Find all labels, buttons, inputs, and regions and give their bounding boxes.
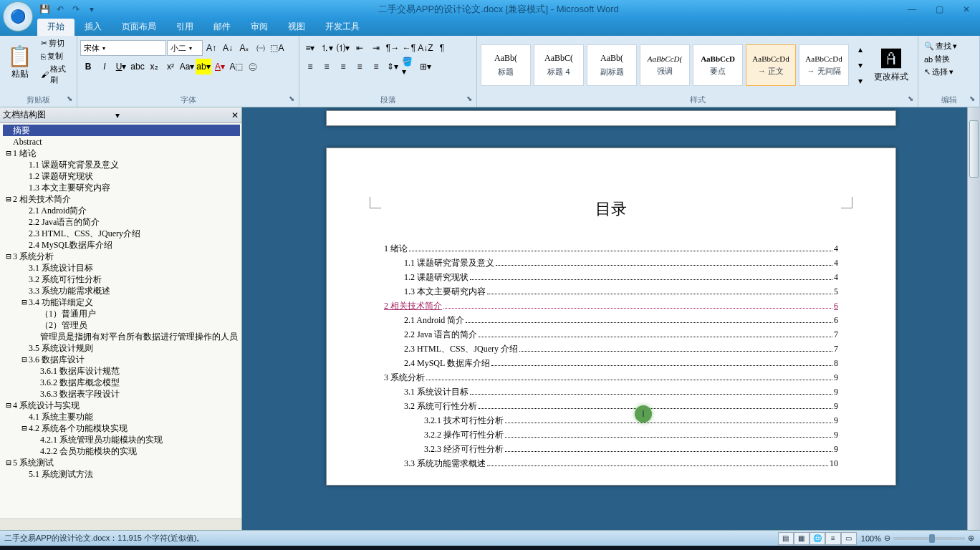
toc-line[interactable]: 1.2 课题研究现状4 — [384, 270, 838, 284]
enclose-char-icon[interactable]: ㊁ — [245, 59, 261, 74]
nav-item[interactable]: ⊟3.4 功能详细定义 — [3, 296, 240, 308]
nav-item[interactable]: 3.6.3 数据表字段设计 — [3, 388, 240, 400]
nav-item[interactable]: 3.2 系统可行性分析 — [3, 274, 240, 285]
increase-indent-icon[interactable]: ⇥ — [368, 40, 384, 56]
ribbon-tab[interactable]: 审阅 — [241, 19, 278, 36]
taskbar-app[interactable]: 🐞 — [241, 546, 275, 550]
taskbar-app[interactable]: ⬛ — [447, 546, 481, 550]
redo-icon[interactable]: ↷ — [69, 2, 83, 16]
ribbon-tab[interactable]: 开始 — [37, 19, 75, 36]
toc-line[interactable]: 1.3 本文主要研究内容5 — [384, 284, 838, 299]
nav-item[interactable]: 3.1 系统设计目标 — [3, 262, 240, 274]
toc-line[interactable]: 3.1 系统设计目标9 — [384, 385, 838, 399]
nav-item[interactable]: 3.3 系统功能需求概述 — [3, 285, 240, 296]
nav-item[interactable]: 3.5 系统设计规则 — [3, 342, 240, 354]
char-border-icon[interactable]: ⬚A — [269, 40, 285, 56]
toc-line[interactable]: 2.1 Android 简介6 — [384, 313, 838, 327]
taskbar-app[interactable]: 📕 — [413, 546, 447, 550]
toc-line[interactable]: 2.2 Java 语言的简介7 — [384, 327, 838, 342]
taskbar-app[interactable]: 🌐 — [138, 546, 172, 550]
font-color-icon[interactable]: A▾ — [212, 59, 228, 74]
scrollbar-thumb[interactable] — [969, 120, 979, 178]
save-icon[interactable]: 💾 — [37, 2, 52, 16]
style-item[interactable]: AaBbCcD要点 — [693, 44, 743, 86]
styles-more-icon[interactable]: ▾ — [852, 73, 868, 89]
zoom-slider[interactable] — [893, 537, 965, 540]
toc-line[interactable]: 3.3 系统功能需求概述10 — [384, 456, 838, 471]
expander-icon[interactable]: ⊟ — [20, 423, 29, 434]
select-button[interactable]: ↖选择▾ — [921, 66, 960, 78]
nav-item[interactable]: 1.2 课题研究现状 — [3, 170, 240, 182]
vertical-scrollbar[interactable] — [967, 107, 980, 530]
align-right-icon[interactable]: ≡ — [335, 59, 351, 74]
paste-button[interactable]: 📋 粘贴 — [3, 37, 37, 87]
full-screen-view-icon[interactable]: ▦ — [794, 532, 810, 545]
toc-line[interactable]: 3.2 系统可行性分析9 — [384, 399, 838, 413]
taskbar-app[interactable]: ⊞ — [0, 546, 34, 550]
taskbar-app[interactable]: 🔵 — [206, 546, 241, 550]
replace-button[interactable]: ab替换 — [921, 53, 960, 65]
toc-line[interactable]: 2 相关技术简介6 — [384, 299, 838, 313]
nav-item[interactable]: 2.2 Java语言的简介 — [3, 216, 240, 228]
style-item[interactable]: AaBbCcDd→ 正文 — [746, 44, 796, 86]
nav-item[interactable]: 2.4 MySQL数据库介绍 — [3, 239, 240, 251]
rtl-icon[interactable]: ←¶ — [401, 40, 417, 56]
change-styles-button[interactable]: 🅰更改样式 — [870, 40, 913, 90]
expander-icon[interactable]: ⊟ — [4, 400, 13, 411]
toc-line[interactable]: 3.2.2 操作可行性分析9 — [384, 428, 838, 442]
clear-format-icon[interactable]: Aₓ — [236, 40, 252, 56]
nav-item[interactable]: 管理员是指拥有对平台所有数据进行管理操作的人员 — [3, 331, 240, 342]
bold-icon[interactable]: B — [80, 59, 96, 74]
office-button[interactable]: 🔵 — [3, 1, 33, 32]
italic-icon[interactable]: I — [97, 59, 112, 74]
numbering-icon[interactable]: ⒈▾ — [319, 40, 335, 56]
nav-item[interactable]: 1.3 本文主要研究内容 — [3, 182, 240, 193]
toc-line[interactable]: 1 绪论4 — [384, 241, 838, 256]
distribute-icon[interactable]: ≡ — [368, 59, 384, 74]
nav-item[interactable]: ⊟4 系统设计与实现 — [3, 400, 240, 411]
ribbon-tab[interactable]: 页面布局 — [112, 19, 166, 36]
undo-icon[interactable]: ↶ — [53, 2, 67, 16]
taskbar-app[interactable]: ⚙ — [619, 546, 653, 550]
nav-item[interactable]: 2.3 HTML、CSS、JQuery介绍 — [3, 228, 240, 239]
nav-item[interactable]: 2.1 Android简介 — [3, 205, 240, 216]
nav-item[interactable]: Abstract — [3, 136, 240, 148]
expander-icon[interactable]: ⊟ — [4, 251, 13, 262]
nav-item[interactable]: 4.2.2 会员功能模块的实现 — [3, 445, 240, 457]
taskbar-app[interactable]: 🔍 — [34, 546, 69, 550]
expander-icon[interactable]: ⊟ — [20, 296, 29, 308]
taskbar-app[interactable]: 🗔 — [69, 546, 103, 550]
format-painter-button[interactable]: 🖌格式刷 — [38, 63, 74, 86]
shading-icon[interactable]: 🪣▾ — [401, 59, 417, 74]
nav-item[interactable]: 5.1 系统测试方法 — [3, 468, 240, 480]
show-marks-icon[interactable]: ¶ — [434, 40, 450, 56]
expander-icon[interactable]: ⊟ — [4, 457, 13, 468]
cut-button[interactable]: ✂剪切 — [38, 37, 74, 49]
phonetic-icon[interactable]: ㈠ — [253, 40, 269, 56]
borders-icon[interactable]: ⊞▾ — [418, 59, 433, 74]
toc-line[interactable]: 3 系统分析9 — [384, 370, 838, 385]
taskbar-app[interactable]: 📘 — [653, 546, 688, 550]
change-case-icon[interactable]: Aa▾ — [179, 59, 195, 74]
line-spacing-icon[interactable]: ⇕▾ — [385, 59, 400, 74]
nav-item[interactable]: 3.6.1 数据库设计规范 — [3, 365, 240, 377]
notifications-icon[interactable]: 💬 — [963, 546, 977, 550]
taskbar-app[interactable]: 🧿 — [344, 546, 378, 550]
style-item[interactable]: AaBb(副标题 — [587, 44, 637, 86]
nav-item[interactable]: ⊟4.2 系统各个功能模块实现 — [3, 423, 240, 434]
nav-item[interactable]: ⊟5 系统测试 — [3, 457, 240, 468]
font-family-combo[interactable]: 宋体▾ — [80, 40, 166, 56]
align-left-icon[interactable]: ≡ — [302, 59, 318, 74]
draft-view-icon[interactable]: ▭ — [841, 532, 857, 545]
nav-item[interactable]: ⊟3 系统分析 — [3, 251, 240, 262]
taskbar-app[interactable]: ⬛ — [275, 546, 309, 550]
ltr-icon[interactable]: ¶→ — [385, 40, 400, 56]
ribbon-tab[interactable]: 视图 — [278, 19, 315, 36]
nav-item[interactable]: 摘要 — [3, 125, 240, 136]
bullets-icon[interactable]: ≡▾ — [302, 40, 318, 56]
toc-line[interactable]: 2.3 HTML、CSS、JQuery 介绍7 — [384, 342, 838, 356]
zoom-in-icon[interactable]: ⊕ — [968, 534, 974, 543]
multilevel-icon[interactable]: ⑴▾ — [335, 40, 351, 56]
nav-item[interactable]: 4.1 系统主要功能 — [3, 411, 240, 423]
taskbar-app[interactable]: 🎵 — [309, 546, 344, 550]
